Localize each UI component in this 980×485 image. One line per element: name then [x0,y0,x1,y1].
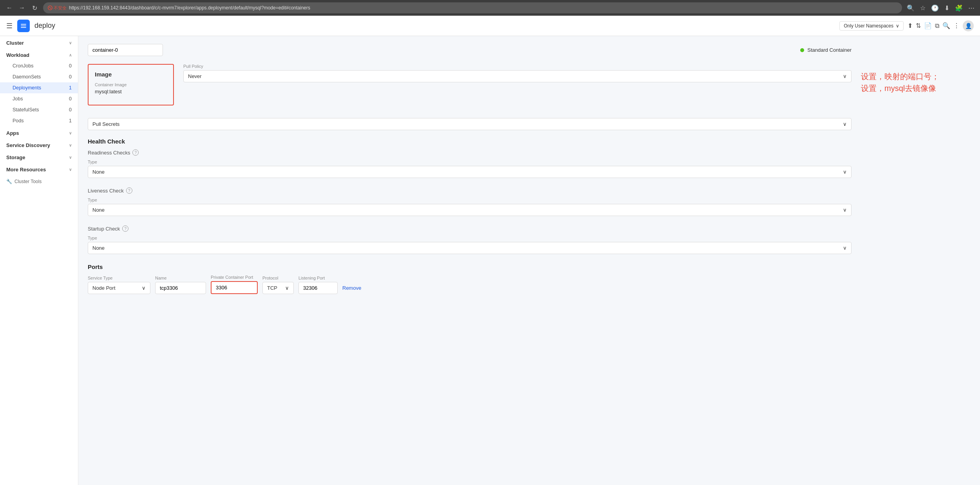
pull-policy-box: Pull Policy Never ∨ [183,64,852,82]
liveness-type-select[interactable]: None ∨ [88,204,852,216]
cronjobs-label: CronJobs [13,63,34,69]
extensions-icon[interactable]: 🧩 [953,4,964,13]
sidebar-apps-header[interactable]: Apps ∨ [0,126,78,138]
statefulsets-label: StatefulSets [13,107,39,113]
jobs-badge: 0 [69,96,72,102]
liveness-type-chevron-icon: ∨ [843,207,847,213]
pull-policy-chevron-icon: ∨ [843,73,847,79]
profile-icon[interactable]: ☆ [919,4,927,13]
reload-button[interactable]: ↻ [29,2,40,13]
liveness-type-label: Type [88,198,852,202]
container-image-label: Container Image [95,82,167,87]
sidebar-item-deployments[interactable]: Deployments 1 [0,82,78,93]
container-image-group: Container Image mysql:latest [95,82,167,94]
user-avatar[interactable]: 👤 [963,20,974,31]
protocol-field: Protocol TCP ∨ [262,276,294,294]
liveness-section: Liveness Check ? Type None ∨ [88,187,852,216]
readiness-type-select[interactable]: None ∨ [88,166,852,178]
readiness-type-select-container: None ∨ [88,166,852,178]
statefulsets-badge: 0 [69,107,72,113]
readiness-info-icon[interactable]: ? [132,149,139,156]
startup-type-label: Type [88,236,852,240]
pull-secrets-select[interactable]: Pull Secrets ∨ [88,118,852,130]
apps-chevron-icon: ∨ [69,131,72,135]
storage-chevron-icon: ∨ [69,155,72,160]
container-name-input[interactable] [88,44,163,56]
startup-text: Startup Check [88,226,120,232]
back-button[interactable]: ← [4,2,15,13]
namespace-label: Only User Namespaces [844,23,893,29]
main-content: Standard Container Image Container Image… [78,36,980,485]
port-name-input[interactable] [155,282,206,294]
service-type-select[interactable]: Node Port ∨ [88,282,150,294]
sidebar-service-discovery-header[interactable]: Service Discovery ∨ [0,138,78,151]
jobs-label: Jobs [13,96,23,102]
remove-button[interactable]: Remove [342,285,361,294]
insecure-label: 不安全 [54,5,67,11]
pull-policy-select[interactable]: Never ∨ [183,70,852,82]
top-bar-icons: ⬆ ⇅ 📄 ⧉ 🔍 ⋮ 👤 [908,20,974,31]
cluster-tools-label: Cluster Tools [14,179,42,184]
protocol-select[interactable]: TCP ∨ [262,282,294,294]
private-container-port-input[interactable] [211,281,258,294]
liveness-label: Liveness Check ? [88,187,852,194]
form-area: Standard Container Image Container Image… [88,44,852,294]
startup-type-select[interactable]: None ∨ [88,242,852,254]
more-icon[interactable]: ⋯ [967,4,976,13]
browser-chrome: ← → ↻ 不安全 https://192.168.159.142:8443/d… [0,0,980,16]
private-container-port-label: Private Container Port [211,275,258,280]
transfer-icon[interactable]: ⇅ [916,22,921,29]
sidebar-item-jobs[interactable]: Jobs 0 [0,93,78,104]
upload-icon[interactable]: ⬆ [908,22,913,29]
readiness-label: Readiness Checks ? [88,149,852,156]
sidebar-cluster-header[interactable]: Cluster ∨ [0,36,78,48]
startup-type-chevron-icon: ∨ [843,245,847,251]
namespace-select[interactable]: Only User Namespaces ∨ [839,21,904,31]
insecure-icon: 不安全 [48,5,67,11]
startup-section: Startup Check ? Type None ∨ [88,225,852,254]
apps-label: Apps [6,130,19,136]
ports-label: Ports [88,263,103,270]
page-layout: Standard Container Image Container Image… [88,44,971,294]
readiness-type-chevron-icon: ∨ [843,169,847,175]
sidebar-item-cronjobs[interactable]: CronJobs 0 [0,60,78,71]
download-icon[interactable]: ⬇ [943,4,951,13]
listening-port-field: Listening Port [298,276,338,294]
sidebar-item-statefulsets[interactable]: StatefulSets 0 [0,104,78,115]
cluster-tools[interactable]: 🔧 Cluster Tools [0,175,78,188]
copy-icon[interactable]: ⧉ [935,22,939,29]
listening-port-input[interactable] [298,282,338,294]
more-resources-label: More Resources [6,167,46,173]
browser-nav-buttons: ← → ↻ [4,2,40,13]
file-icon[interactable]: 📄 [924,22,932,29]
topbar-more-icon[interactable]: ⋮ [953,22,960,29]
forward-button[interactable]: → [16,2,27,13]
annotation-line1: 设置，映射的端口号； [861,71,971,82]
topbar-search-icon[interactable]: 🔍 [942,22,950,29]
sidebar-storage-header[interactable]: Storage ∨ [0,151,78,163]
startup-info-icon[interactable]: ? [122,225,128,232]
address-bar[interactable]: 不安全 https://192.168.159.142:8443/dashboa… [43,2,902,13]
ports-title: Ports [88,263,852,270]
history-icon[interactable]: 🕐 [929,4,940,13]
service-type-value: Node Port [92,285,116,291]
sidebar-more-resources-header[interactable]: More Resources ∨ [0,163,78,175]
image-pull-row: Image Container Image mysql:latest Pull … [88,64,852,112]
service-type-label: Service Type [88,276,150,280]
pull-policy-select-container: Never ∨ [183,70,852,82]
liveness-info-icon[interactable]: ? [126,187,132,194]
protocol-value: TCP [267,285,277,291]
sidebar-item-pods[interactable]: Pods 1 [0,115,78,126]
sidebar-workload-header[interactable]: Workload ∧ [0,48,78,60]
sidebar-item-daemonsets[interactable]: DaemonSets 0 [0,71,78,82]
storage-label: Storage [6,154,25,160]
search-icon[interactable]: 🔍 [905,4,916,13]
startup-type-row: Type None ∨ [88,236,852,254]
hamburger-icon[interactable]: ☰ [6,22,13,30]
namespace-chevron: ∨ [896,23,899,29]
annotation-area: 设置，映射的端口号； 设置，mysql去镜像像 [861,44,971,294]
pull-secrets-chevron-icon: ∨ [843,121,847,127]
listening-port-label: Listening Port [298,276,338,280]
standard-container-wrap: Standard Container [800,47,852,53]
remove-field: x Remove [342,279,361,294]
